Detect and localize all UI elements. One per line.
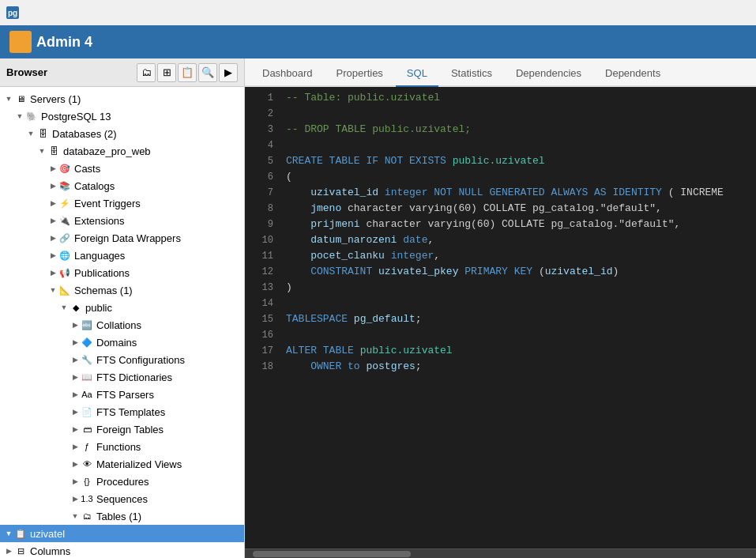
code-line: 1-- Table: public.uzivatel	[245, 90, 756, 106]
tab-sql[interactable]: SQL	[396, 62, 438, 87]
tree-node[interactable]: ▼🗄Databases (2)	[0, 125, 244, 142]
tree-toggle-icon[interactable]: ▶	[70, 495, 81, 503]
tree-toggle-icon[interactable]: ▶	[47, 251, 58, 259]
tree-node[interactable]: ▼◆public	[0, 299, 244, 316]
close-button[interactable]	[713, 0, 750, 25]
line-content: uzivatel_id integer NOT NULL GENERATED A…	[286, 185, 724, 201]
tree-toggle-icon[interactable]: ▼	[3, 95, 14, 103]
tab-dependents[interactable]: Dependents	[594, 62, 671, 87]
tree-toggle-icon[interactable]: ▼	[47, 286, 58, 294]
tree-node[interactable]: ▶📄FTS Templates	[0, 403, 244, 420]
tree-toggle-icon[interactable]: ▶	[47, 199, 58, 207]
tree-node[interactable]: ▶{}Procedures	[0, 473, 244, 490]
tree-toggle-icon[interactable]: ▼	[58, 304, 70, 311]
scrollbar-thumb[interactable]	[253, 551, 411, 557]
tree-toggle-icon[interactable]: ▶	[70, 408, 81, 416]
tree-node[interactable]: ▼📋uzivatel	[0, 525, 244, 542]
code-line: 4	[245, 138, 756, 153]
tree-node[interactable]: ▶📖FTS Dictionaries	[0, 368, 244, 386]
code-editor[interactable]: 1-- Table: public.uzivatel2 3-- DROP TAB…	[245, 87, 756, 549]
minimize-button[interactable]	[638, 0, 674, 25]
tree-node[interactable]: ▼📐Schemas (1)	[0, 281, 244, 299]
code-line: 8 jmeno character varying(60) COLLATE pg…	[245, 201, 756, 217]
tree-toggle-icon[interactable]: ▶	[70, 477, 81, 485]
tree-toggle-icon[interactable]: ▶	[70, 425, 81, 433]
node-label: Event Triggers	[74, 198, 141, 209]
title-bar: pg	[0, 0, 756, 25]
tree-toggle-icon[interactable]: ▶	[70, 373, 81, 381]
sidebar-copy-btn[interactable]: 📋	[178, 63, 197, 82]
tree-node[interactable]: ▶🔤Collations	[0, 316, 244, 334]
tree-node[interactable]: ▶👁Materialized Views	[0, 455, 244, 473]
tree-node[interactable]: ▶🔷Domains	[0, 334, 244, 351]
tree-toggle-icon[interactable]: ▶	[70, 356, 81, 364]
tree-toggle-icon[interactable]: ▼	[14, 112, 25, 120]
tree-toggle-icon[interactable]: ▶	[47, 269, 58, 277]
tree-node[interactable]: ▼🖥Servers (1)	[0, 90, 244, 107]
line-number: 11	[251, 248, 273, 264]
tree-node[interactable]: ▶🎯Casts	[0, 160, 244, 177]
sidebar-search-btn[interactable]: 🔍	[198, 63, 217, 82]
tree-node[interactable]: ▶🗃Foreign Tables	[0, 420, 244, 438]
node-label: Foreign Data Wrappers	[74, 232, 181, 244]
node-label: Extensions	[74, 215, 125, 227]
tree-toggle-icon[interactable]: ▶	[70, 338, 81, 346]
line-content: )	[286, 280, 292, 296]
logo-admin: Admin	[36, 34, 85, 50]
sidebar-grid-btn[interactable]: ⊞	[157, 63, 176, 82]
tree-node[interactable]: ▶⚡Event Triggers	[0, 194, 244, 212]
line-content: datum_narozeni date,	[286, 232, 434, 248]
tab-statistics[interactable]: Statistics	[440, 62, 503, 87]
tree-toggle-icon[interactable]: ▼	[3, 530, 14, 537]
tree-node[interactable]: ▼🗄databaze_pro_web	[0, 142, 244, 160]
maximize-button[interactable]	[675, 0, 712, 25]
tree-node[interactable]: ▶🔌Extensions	[0, 212, 244, 229]
tree-node[interactable]: ▶🔧FTS Configurations	[0, 351, 244, 368]
tree-node[interactable]: ▼🗂Tables (1)	[0, 507, 244, 525]
node-icon: {}	[81, 475, 93, 488]
tree-node[interactable]: ▶🌐Languages	[0, 247, 244, 264]
tree-toggle-icon[interactable]: ▼	[36, 147, 47, 155]
node-label: Catalogs	[74, 180, 115, 192]
line-content: TABLESPACE pg_default;	[286, 311, 422, 327]
tab-dependencies[interactable]: Dependencies	[505, 62, 592, 87]
line-number: 12	[251, 264, 273, 280]
tree-node[interactable]: ▶ƒFunctions	[0, 438, 244, 455]
line-number: 6	[251, 169, 273, 185]
line-content: OWNER to postgres;	[286, 359, 422, 375]
code-line: 14	[245, 296, 756, 311]
node-icon: 📖	[81, 371, 93, 383]
tree-toggle-icon[interactable]: ▶	[70, 460, 81, 468]
tree-toggle-icon[interactable]: ▶	[3, 547, 14, 555]
tree-node[interactable]: ▶📢Publications	[0, 264, 244, 281]
tree-node[interactable]: ▶🔗Foreign Data Wrappers	[0, 229, 244, 247]
tree-toggle-icon[interactable]: ▶	[70, 443, 81, 451]
line-number: 5	[251, 153, 273, 169]
node-label: Servers (1)	[30, 93, 81, 105]
tree-node[interactable]: ▼🐘PostgreSQL 13	[0, 107, 244, 125]
sidebar-object-btn[interactable]: 🗂	[137, 63, 156, 82]
tree-node[interactable]: ▶1.3Sequences	[0, 490, 244, 507]
tree-node[interactable]: ▶📚Catalogs	[0, 177, 244, 194]
node-icon: 🎯	[58, 162, 71, 175]
tree-toggle-icon[interactable]: ▶	[70, 390, 81, 398]
tree-toggle-icon[interactable]: ▼	[70, 512, 81, 520]
tab-dashboard[interactable]: Dashboard	[251, 62, 324, 87]
sidebar-run-btn[interactable]: ▶	[219, 63, 238, 82]
code-line: 7 uzivatel_id integer NOT NULL GENERATED…	[245, 185, 756, 201]
app-icon: pg	[6, 6, 19, 19]
tree-toggle-icon[interactable]: ▼	[25, 130, 36, 138]
tree-toggle-icon[interactable]: ▶	[47, 217, 58, 224]
node-icon: 🐘	[25, 110, 38, 123]
tab-properties[interactable]: Properties	[325, 62, 394, 87]
line-number: 7	[251, 185, 273, 201]
horizontal-scrollbar[interactable]	[245, 549, 756, 558]
node-label: FTS Dictionaries	[96, 371, 172, 383]
tree-toggle-icon[interactable]: ▶	[47, 164, 58, 172]
tree-node[interactable]: ▶⊟Columns	[0, 542, 244, 558]
tree-node[interactable]: ▶AaFTS Parsers	[0, 386, 244, 403]
tree-toggle-icon[interactable]: ▶	[47, 234, 58, 242]
tree-toggle-icon[interactable]: ▶	[70, 321, 81, 329]
tree-toggle-icon[interactable]: ▶	[47, 182, 58, 190]
app-header: Admin 4	[0, 25, 756, 58]
